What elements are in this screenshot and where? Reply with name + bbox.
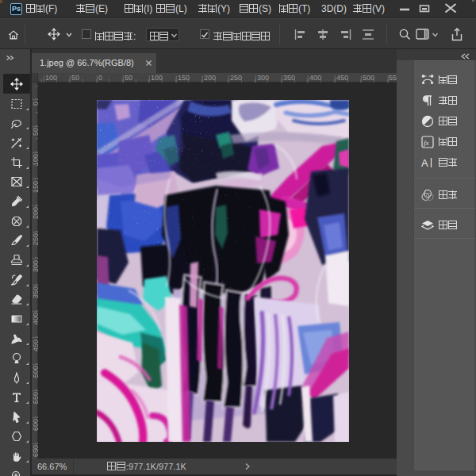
svg-text:A: A <box>421 157 428 169</box>
svg-text:fx: fx <box>424 139 429 147</box>
